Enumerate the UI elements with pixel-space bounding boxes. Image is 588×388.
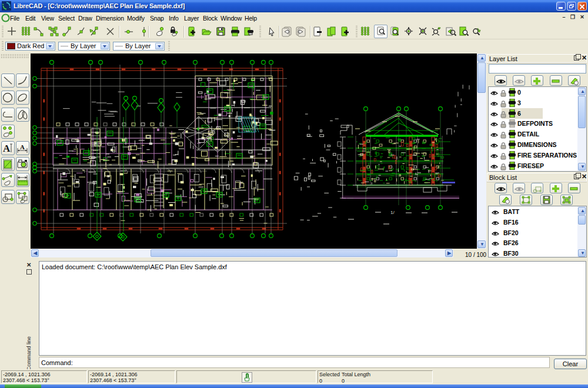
svg-text:1/: 1/ <box>390 210 395 215</box>
svg-text:A: A <box>3 143 11 154</box>
svg-text:A: A <box>20 143 25 150</box>
